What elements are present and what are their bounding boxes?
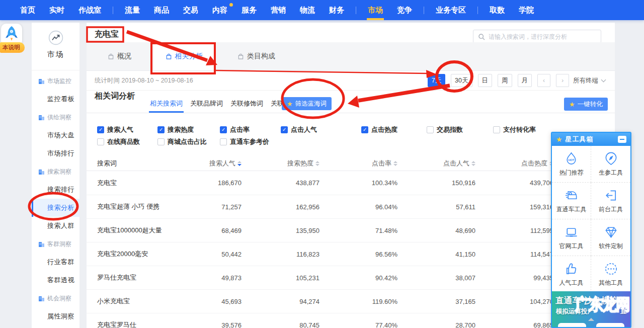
filter-交易指数[interactable]: 交易指数	[427, 126, 463, 134]
column-header-点击率[interactable]: 点击率	[319, 159, 397, 168]
date-button-day[interactable]: 日	[478, 74, 493, 87]
filter-支付转化率[interactable]: 支付转化率	[493, 126, 536, 134]
search-term-cell[interactable]: 小米充电宝	[87, 297, 165, 306]
tab-相关分析[interactable]: 相关分析	[153, 42, 215, 70]
banner-button-left[interactable]	[558, 323, 586, 327]
sidebar-item-搜索排行[interactable]: 搜索排行	[32, 181, 79, 199]
sidebar-section-供给洞察[interactable]: 供给洞察	[32, 108, 79, 126]
checkbox[interactable]	[427, 126, 434, 133]
nav-item-首页[interactable]: 首页	[13, 0, 42, 20]
search-term-cell[interactable]: 罗马仕充电宝	[87, 273, 165, 282]
sidebar-item-客群透视[interactable]: 客群透视	[32, 271, 79, 289]
nav-item-取数[interactable]: 取数	[482, 0, 512, 20]
search-term-cell[interactable]: 充电宝超薄 小巧 便携	[87, 202, 165, 211]
nav-item-物流[interactable]: 物流	[293, 0, 322, 20]
filter-商城点击占比[interactable]: 商城点击占比	[157, 138, 207, 146]
sidebar-item-市场大盘[interactable]: 市场大盘	[32, 126, 79, 144]
tool-前台工具[interactable]: 前台工具	[591, 183, 630, 219]
tool-直通车工具[interactable]: 直通车工具	[552, 183, 591, 219]
search-term-cell[interactable]: 充电宝罗马仕	[87, 320, 165, 328]
nav-item-商品[interactable]: 商品	[147, 0, 176, 20]
date-button-next[interactable]: ›	[556, 74, 569, 87]
sidebar-section-机会洞察[interactable]: 机会洞察	[32, 289, 79, 307]
search-term-cell[interactable]: 充电宝1000000超大量	[87, 226, 165, 235]
sort-icon[interactable]	[471, 161, 475, 166]
sidebar-item-行业客群[interactable]: 行业客群	[32, 253, 79, 271]
column-header-点击人气[interactable]: 点击人气	[397, 159, 475, 168]
sidebar-section-搜索洞察[interactable]: 搜索洞察	[32, 162, 79, 181]
subtab-关联品牌词[interactable]: 关联品牌词	[190, 100, 223, 108]
column-header-搜索人气[interactable]: 搜索人气	[165, 159, 242, 168]
date-button-month[interactable]: 月	[518, 74, 532, 87]
nav-item-营销[interactable]: 营销	[264, 0, 293, 20]
checkbox[interactable]	[157, 138, 165, 145]
checkbox[interactable]	[220, 138, 227, 145]
tool-软件定制[interactable]: 软件定制	[591, 219, 630, 256]
subtab-关联修饰词[interactable]: 关联修饰词	[230, 100, 263, 108]
filter-点击热度[interactable]: 点击热度	[361, 126, 397, 134]
tool-人气工具[interactable]: 人气工具	[552, 256, 591, 293]
sidebar-item-搜索人群[interactable]: 搜索人群	[32, 217, 79, 235]
version-note-badge[interactable]: 本说明	[0, 42, 25, 53]
minimize-button[interactable]	[618, 136, 626, 143]
checkbox[interactable]	[97, 138, 104, 145]
nav-item-实时[interactable]: 实时	[42, 0, 71, 20]
search-term-cell[interactable]: 充电宝	[87, 179, 165, 188]
date-button-week[interactable]: 周	[498, 74, 512, 87]
sort-icon[interactable]	[315, 161, 319, 166]
filter-搜索热度[interactable]: 搜索热度	[157, 126, 194, 134]
sidebar-section-市场监控[interactable]: 市场监控	[32, 72, 79, 90]
search-term-cell[interactable]: 充电宝20000毫安	[87, 250, 165, 259]
checkbox[interactable]	[97, 126, 104, 133]
tab-概况[interactable]: 概况	[108, 42, 131, 70]
sidebar-item-监控看板[interactable]: 监控看板	[32, 90, 79, 108]
tool-其他工具[interactable]: 其他工具	[591, 256, 630, 293]
column-header-点击热度[interactable]: 点击热度	[475, 159, 553, 168]
tab-label: 概况	[117, 52, 131, 61]
tool-生参工具[interactable]: 生参工具	[591, 146, 630, 183]
column-header-搜索热度[interactable]: 搜索热度	[242, 159, 319, 168]
tool-官网工具[interactable]: 官网工具	[552, 219, 591, 256]
sidebar-item-搜索分析[interactable]: 搜索分析	[32, 199, 79, 217]
filter-搜索人气[interactable]: 搜索人气	[97, 126, 133, 134]
sort-icon[interactable]	[393, 161, 397, 166]
nav-item-交易[interactable]: 交易	[176, 0, 205, 20]
date-button-7d[interactable]: 7天	[428, 74, 445, 87]
checkbox[interactable]	[361, 126, 368, 133]
nav-item-服务[interactable]: 服务	[234, 0, 264, 20]
nav-item-市场[interactable]: 市场	[361, 0, 390, 20]
sidebar-section-客群洞察[interactable]: 客群洞察	[32, 235, 79, 253]
nav-item-流量[interactable]: 流量	[118, 0, 147, 20]
banner-button-right[interactable]	[596, 323, 624, 327]
nav-item-业务专区[interactable]: 业务专区	[429, 0, 473, 20]
search-input[interactable]	[489, 33, 596, 40]
checkbox[interactable]	[220, 126, 227, 133]
filter-在线商品数[interactable]: 在线商品数	[97, 138, 140, 146]
filter-点击率[interactable]: 点击率	[220, 126, 250, 134]
nav-item-学院[interactable]: 学院	[512, 0, 541, 20]
nav-item-财务[interactable]: 财务	[322, 0, 351, 20]
filter-直通车参考价[interactable]: 直通车参考价	[220, 138, 269, 146]
sidebar-item-市场排行[interactable]: 市场排行	[32, 144, 79, 162]
toolbox-header[interactable]: ★ 星工具箱	[552, 133, 630, 146]
nav-item-竞争[interactable]: 竞争	[390, 0, 419, 20]
search-box[interactable]	[473, 30, 601, 43]
tool-热门推荐[interactable]: HOT热门推荐	[552, 146, 591, 183]
filter-点击人气[interactable]: 点击人气	[281, 126, 317, 134]
sort-icon[interactable]	[237, 161, 242, 166]
column-header-搜索词[interactable]: 搜索词	[87, 159, 165, 168]
tab-类目构成[interactable]: 类目构成	[237, 42, 275, 70]
checkbox[interactable]	[157, 126, 165, 133]
nav-item-内容[interactable]: 内容	[205, 0, 234, 20]
compass-icon	[604, 151, 618, 166]
nav-item-作战室[interactable]: 作战室	[71, 0, 108, 20]
filter-blue-sea-button[interactable]: ★ 筛选蓝海词	[282, 97, 332, 110]
one-click-convert-button[interactable]: ★ 一键转化	[564, 98, 608, 111]
checkbox[interactable]	[281, 126, 288, 133]
subtab-相关搜索词[interactable]: 相关搜索词	[150, 100, 183, 108]
checkbox[interactable]	[493, 126, 500, 133]
sidebar-item-属性洞察[interactable]: 属性洞察	[32, 307, 79, 325]
date-button-prev[interactable]: ‹	[537, 74, 550, 87]
date-button-30d[interactable]: 30天	[451, 74, 472, 87]
terminal-dropdown[interactable]: 所有终端	[573, 76, 605, 85]
